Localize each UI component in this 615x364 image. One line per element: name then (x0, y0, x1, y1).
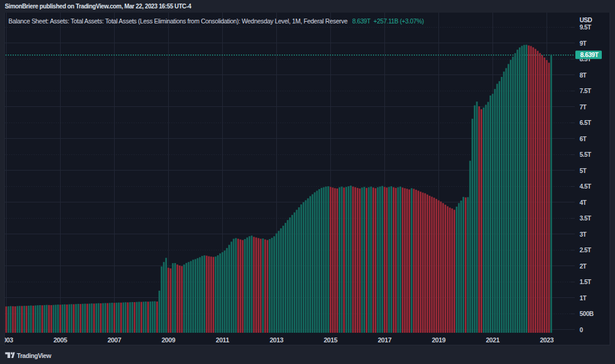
svg-text:5.5T: 5.5T (580, 151, 592, 158)
svg-text:8T: 8T (580, 71, 587, 79)
svg-text:2009: 2009 (162, 336, 175, 344)
svg-text:500B: 500B (580, 310, 594, 317)
svg-text:9T: 9T (580, 40, 587, 47)
svg-text:1.5T: 1.5T (580, 278, 592, 285)
svg-text:2015: 2015 (324, 336, 338, 344)
svg-text:4.5T: 4.5T (580, 183, 592, 190)
svg-text:3T: 3T (580, 231, 587, 238)
svg-text:1T: 1T (580, 294, 587, 302)
svg-text:6T: 6T (580, 135, 587, 142)
svg-text:5T: 5T (580, 167, 587, 174)
svg-text:8.639T: 8.639T (580, 51, 599, 58)
svg-text:4T: 4T (580, 199, 587, 206)
svg-text:3.5T: 3.5T (580, 214, 592, 222)
svg-text:7.5T: 7.5T (580, 87, 592, 94)
svg-text:7T: 7T (580, 103, 587, 111)
svg-text:2021: 2021 (486, 336, 500, 344)
svg-text:2017: 2017 (378, 336, 392, 344)
svg-text:9.5T: 9.5T (580, 23, 592, 31)
svg-text:2005: 2005 (53, 336, 67, 344)
svg-text:2011: 2011 (216, 336, 229, 344)
svg-text:USD: USD (580, 16, 593, 23)
svg-text:2019: 2019 (432, 336, 446, 344)
svg-text:2.5T: 2.5T (580, 246, 592, 253)
svg-text:6.5T: 6.5T (580, 119, 592, 126)
svg-text:0: 0 (580, 326, 583, 333)
svg-text:2023: 2023 (540, 336, 554, 344)
svg-text:2013: 2013 (270, 336, 283, 344)
svg-text:2T: 2T (580, 262, 587, 270)
svg-text:2007: 2007 (108, 336, 121, 344)
